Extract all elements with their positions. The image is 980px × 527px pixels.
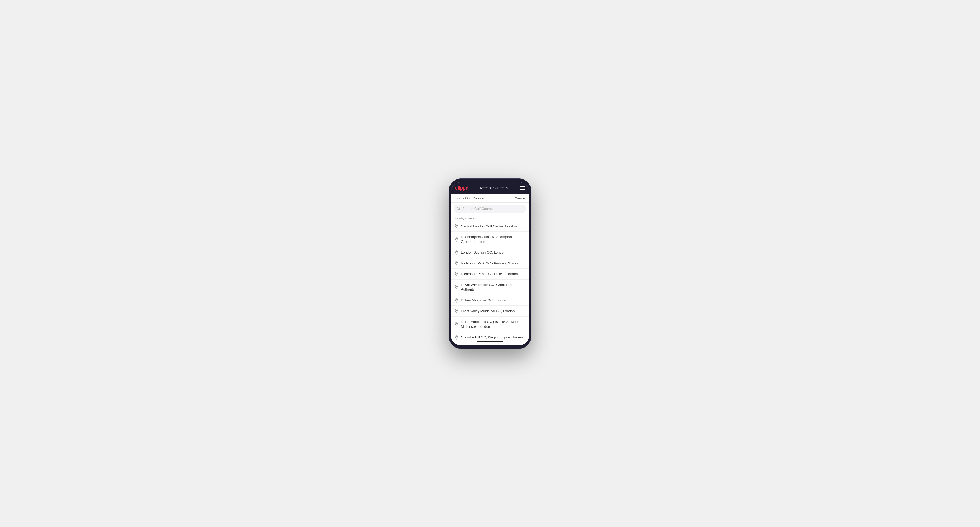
location-pin-icon <box>455 237 458 241</box>
course-name: London Scottish GC, London <box>461 250 506 255</box>
location-pin-icon <box>455 298 458 303</box>
find-bar: Find a Golf Course Cancel <box>451 194 529 203</box>
svg-point-5 <box>456 262 457 263</box>
location-pin-icon <box>455 335 458 340</box>
phone-screen: clippd Recent Searches Find a Golf Cours… <box>451 182 529 345</box>
location-pin-icon <box>455 261 458 265</box>
app-header: clippd Recent Searches <box>451 182 529 194</box>
nearby-section-label: Nearby courses <box>451 214 529 221</box>
location-pin-icon <box>455 250 458 255</box>
list-item[interactable]: Brent Valley Municipal GC, London <box>451 306 529 317</box>
svg-point-11 <box>456 337 457 337</box>
course-name: Central London Golf Centre, London <box>461 224 517 229</box>
nearby-courses-section: Nearby courses Central London Golf Centr… <box>451 214 529 340</box>
list-item[interactable]: Royal Wimbledon GC, Great London Authori… <box>451 279 529 295</box>
cancel-button[interactable]: Cancel <box>515 196 525 200</box>
svg-point-7 <box>456 286 457 287</box>
app-logo: clippd <box>455 185 468 191</box>
location-pin-icon <box>455 272 458 276</box>
location-pin-icon <box>455 322 458 327</box>
svg-point-9 <box>456 310 457 311</box>
svg-point-4 <box>456 251 457 252</box>
list-item[interactable]: Richmond Park GC - Duke's, London <box>451 269 529 279</box>
location-pin-icon <box>455 309 458 313</box>
course-name: Roehampton Club - Roehampton, Greater Lo… <box>461 235 525 244</box>
svg-line-1 <box>459 209 460 210</box>
svg-point-3 <box>456 238 457 239</box>
list-item[interactable]: North Middlesex GC (1011942 - North Midd… <box>451 317 529 332</box>
header-title: Recent Searches <box>480 186 508 190</box>
course-name: Richmond Park GC - Prince's, Surrey <box>461 261 518 266</box>
list-item[interactable]: Dukes Meadows GC, London <box>451 295 529 306</box>
course-name: North Middlesex GC (1011942 - North Midd… <box>461 319 525 329</box>
find-label: Find a Golf Course <box>455 196 484 200</box>
hamburger-icon[interactable] <box>520 186 525 190</box>
screen-content: Find a Golf Course Cancel Nearby courses <box>451 194 529 345</box>
search-container <box>451 203 529 214</box>
phone-device: clippd Recent Searches Find a Golf Cours… <box>449 178 531 349</box>
list-item[interactable]: London Scottish GC, London <box>451 247 529 258</box>
course-name: Coombe Hill GC, Kingston upon Thames <box>461 335 523 340</box>
list-item[interactable]: Central London Golf Centre, London <box>451 221 529 232</box>
location-pin-icon <box>455 224 458 228</box>
search-input[interactable] <box>462 206 523 211</box>
list-item[interactable]: Coombe Hill GC, Kingston upon Thames <box>451 332 529 340</box>
course-name: Brent Valley Municipal GC, London <box>461 309 514 313</box>
home-bar <box>477 341 503 343</box>
location-pin-icon <box>455 285 458 289</box>
svg-point-2 <box>456 225 457 226</box>
course-name: Royal Wimbledon GC, Great London Authori… <box>461 283 525 292</box>
course-name: Dukes Meadows GC, London <box>461 298 506 303</box>
svg-point-6 <box>456 273 457 274</box>
home-indicator <box>451 340 529 345</box>
search-input-wrapper <box>454 205 526 213</box>
list-item[interactable]: Roehampton Club - Roehampton, Greater Lo… <box>451 232 529 247</box>
search-icon <box>457 206 460 210</box>
course-name: Richmond Park GC - Duke's, London <box>461 271 518 276</box>
svg-point-10 <box>456 323 457 324</box>
list-item[interactable]: Richmond Park GC - Prince's, Surrey <box>451 258 529 269</box>
svg-point-0 <box>457 207 459 209</box>
svg-point-8 <box>456 299 457 300</box>
